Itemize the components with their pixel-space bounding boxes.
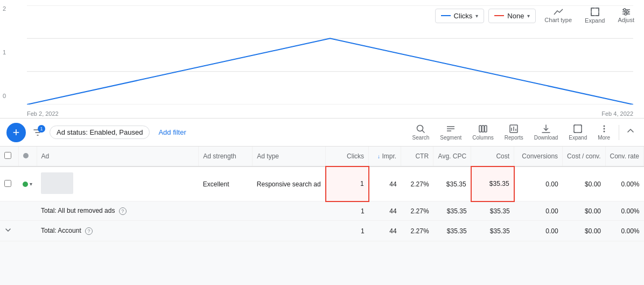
row-checkbox[interactable] — [4, 180, 11, 187]
columns-button[interactable]: Columns — [468, 122, 498, 143]
none-chevron-icon: ▾ — [527, 13, 530, 19]
reports-button[interactable]: Reports — [500, 122, 528, 143]
row-impr-cell: 44 — [369, 166, 401, 201]
total-ad-type-cell — [253, 201, 326, 221]
expand-table-button[interactable]: Expand — [564, 122, 591, 143]
adjust-chart-label: Adjust — [618, 17, 634, 23]
none-dropdown[interactable]: None ▾ — [488, 9, 536, 23]
columns-icon — [478, 124, 488, 134]
header-conversions[interactable]: Conversions — [514, 147, 563, 166]
total-clicks-cell: 1 — [326, 201, 369, 221]
account-cpc-cell: $35.35 — [433, 221, 471, 241]
header-cost-conv[interactable]: Cost / conv. — [563, 147, 605, 166]
add-button[interactable]: + — [6, 123, 26, 142]
account-conversions: 0.00 — [545, 227, 558, 235]
row-cpc-cell: $35.35 — [433, 166, 471, 201]
reports-icon — [509, 124, 519, 134]
chart-type-button[interactable]: Chart type — [540, 6, 576, 25]
table-container: Ad Ad strength Ad type Clicks ↓ Impr. CT… — [0, 147, 644, 241]
header-clicks[interactable]: Clicks — [326, 147, 369, 166]
account-impr: 44 — [389, 227, 396, 235]
status-dropdown-icon[interactable]: ▾ — [30, 181, 32, 187]
chart-x-labels: Feb 2, 2022 Feb 4, 2022 — [27, 110, 633, 117]
header-ad-type[interactable]: Ad type — [253, 147, 326, 166]
ad-thumbnail — [41, 172, 73, 194]
row-clicks-cell: 1 — [326, 166, 369, 201]
total-cpc: $35.35 — [447, 207, 467, 215]
svg-point-10 — [625, 13, 627, 15]
conv-rate-value: 0.00% — [621, 180, 639, 188]
chevron-down-icon — [4, 226, 12, 234]
total-label: Total: All but removed ads — [41, 207, 115, 214]
row-status-cell[interactable]: ▾ — [18, 166, 37, 201]
add-filter-button[interactable]: Add filter — [154, 126, 190, 138]
account-status-col — [18, 221, 37, 241]
row-checkbox-cell[interactable] — [0, 166, 18, 201]
header-conv-rate[interactable]: Conv. rate — [605, 147, 643, 166]
header-ad-strength[interactable]: Ad strength — [199, 147, 253, 166]
header-checkbox[interactable] — [0, 147, 18, 166]
expand-table-label: Expand — [569, 135, 587, 141]
account-clicks-cell: 1 — [326, 221, 369, 241]
chart-type-label: Chart type — [544, 17, 572, 23]
segment-button[interactable]: Segment — [436, 122, 466, 143]
sort-icon: ↓ — [377, 154, 380, 159]
search-button[interactable]: Search — [408, 122, 434, 143]
clicks-dropdown[interactable]: Clicks ▾ — [435, 9, 485, 23]
row-ad-cell — [37, 166, 199, 201]
status-dot — [23, 182, 28, 187]
more-label: More — [598, 135, 610, 141]
status-filter-button[interactable]: Ad status: Enabled, Paused — [50, 126, 150, 139]
collapse-button[interactable] — [624, 124, 638, 141]
header-impr[interactable]: ↓ Impr. — [369, 147, 401, 166]
header-cost[interactable]: Cost — [471, 147, 514, 166]
account-conversions-cell: 0.00 — [514, 221, 563, 241]
x-label-end: Feb 4, 2022 — [601, 110, 633, 117]
ads-table: Ad Ad strength Ad type Clicks ↓ Impr. CT… — [0, 147, 644, 241]
total-help-icon[interactable]: ? — [119, 207, 127, 215]
account-cost-conv-cell: $0.00 — [563, 221, 605, 241]
conversions-value: 0.00 — [545, 180, 558, 188]
impr-value: 44 — [389, 180, 396, 188]
row-conv-rate-cell: 0.00% — [605, 166, 643, 201]
download-icon — [541, 124, 551, 134]
table-row: ▾ Excellent Responsive search ad 1 44 — [0, 166, 644, 201]
account-expand-icon[interactable] — [4, 228, 12, 235]
svg-rect-16 — [479, 126, 481, 132]
svg-point-26 — [603, 126, 605, 127]
clicks-line-indicator — [441, 15, 451, 16]
chart-controls: Clicks ▾ None ▾ Chart type Expand — [435, 5, 639, 26]
total-clicks: 1 — [361, 207, 365, 215]
download-label: Download — [534, 135, 558, 141]
account-conv-rate-cell: 0.00% — [605, 221, 643, 241]
adjust-chart-button[interactable]: Adjust — [613, 6, 639, 25]
row-ctr-cell: 2.27% — [401, 166, 433, 201]
more-button[interactable]: More — [593, 122, 614, 143]
select-all-checkbox[interactable] — [4, 152, 11, 159]
total-cost-conv-cell: $0.00 — [563, 201, 605, 221]
account-impr-cell: 44 — [369, 221, 401, 241]
svg-rect-17 — [482, 126, 484, 132]
account-help-icon[interactable]: ? — [85, 227, 93, 235]
total-cpc-cell: $35.35 — [433, 201, 471, 221]
total-ad-strength-cell — [199, 201, 253, 221]
header-ad[interactable]: Ad — [37, 147, 199, 166]
filter-icon-wrap[interactable]: 1 — [32, 127, 43, 138]
row-ad-strength-cell: Excellent — [199, 166, 253, 201]
header-ctr[interactable]: CTR — [401, 147, 433, 166]
filter-badge: 1 — [38, 125, 45, 133]
svg-point-9 — [626, 11, 628, 13]
ad-strength-value: Excellent — [203, 180, 229, 188]
table-header-row: Ad Ad strength Ad type Clicks ↓ Impr. CT… — [0, 147, 644, 166]
download-button[interactable]: Download — [530, 122, 562, 143]
adjust-chart-icon — [621, 8, 631, 16]
status-header-dot — [23, 153, 29, 158]
row-cost-conv-cell: $0.00 — [563, 166, 605, 201]
toolbar: + 1 Ad status: Enabled, Paused Add filte… — [0, 119, 644, 147]
search-icon — [416, 124, 425, 134]
header-avg-cpc[interactable]: Avg. CPC — [433, 147, 471, 166]
account-conv-rate: 0.00% — [621, 227, 639, 235]
expand-chart-button[interactable]: Expand — [580, 5, 609, 26]
chart-area: 2 1 0 Feb 2, 2022 Feb 4, 2022 Clicks ▾ N… — [0, 0, 644, 119]
total-conv-rate: 0.00% — [621, 207, 639, 215]
